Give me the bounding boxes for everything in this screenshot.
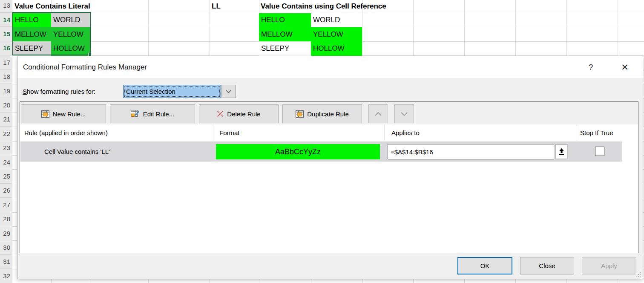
chevron-up-icon — [375, 112, 382, 116]
column-header-rule: Rule (applied in order shown) — [24, 124, 108, 141]
duplicate-rule-button[interactable]: Duplicate Rule — [282, 104, 362, 123]
apply-button[interactable]: Apply — [582, 257, 636, 274]
applies-to-input[interactable] — [388, 144, 554, 159]
screen: Value Contains LiteralLLValue Contains u… — [0, 0, 644, 283]
row-header[interactable]: 28 — [0, 212, 12, 226]
column-header-stop: Stop If True — [580, 124, 613, 141]
rule-row[interactable]: Cell Value contains 'LL' AaBbCcYyZz — [20, 142, 622, 162]
row-header[interactable]: 13 — [0, 0, 12, 13]
sheet-column-title: Value Contains using Cell Reference — [261, 0, 386, 12]
new-rule-button[interactable]: New Rule... — [21, 104, 106, 123]
spreadsheet-cell[interactable]: HOLLOW — [311, 41, 362, 55]
format-preview-swatch: AaBbCcYyZz — [216, 144, 380, 159]
column-header-format: Format — [219, 124, 240, 141]
conditional-formatting-rules-manager-dialog: Conditional Formatting Rules Manager ? ✕… — [17, 56, 643, 279]
row-header[interactable]: 16 — [0, 41, 12, 55]
row-header[interactable]: 30 — [0, 240, 12, 254]
collapse-dialog-range-button[interactable] — [555, 144, 568, 159]
ok-button[interactable]: OK — [457, 257, 512, 274]
row-header[interactable]: 20 — [0, 98, 12, 112]
dialog-titlebar: Conditional Formatting Rules Manager ? ✕ — [17, 56, 643, 78]
new-rule-table-icon — [41, 110, 49, 118]
scope-dropdown-arrow-button[interactable] — [221, 85, 236, 98]
stop-if-true-checkbox[interactable] — [595, 147, 604, 156]
delete-rule-label: Delete Rule — [227, 110, 260, 118]
spreadsheet-cell[interactable]: YELLOW — [311, 27, 362, 41]
delete-rule-button[interactable]: Delete Rule — [199, 104, 279, 123]
row-header[interactable]: 24 — [0, 155, 12, 169]
help-icon[interactable]: ? — [582, 60, 600, 75]
rule-description: Cell Value contains 'LL' — [44, 142, 110, 162]
row-header[interactable]: 22 — [0, 127, 12, 141]
rules-group-box: New Rule... Edit Rule... Delete Rule Dup… — [20, 101, 638, 253]
move-rule-down-button[interactable] — [394, 104, 414, 123]
row-header[interactable]: 15 — [0, 27, 12, 41]
row-header[interactable]: 31 — [0, 255, 12, 269]
show-formatting-rules-label: Show formatting rules for: — [23, 88, 95, 95]
row-header-column: 1314151617181920212223242526272829303132 — [0, 0, 12, 283]
move-rule-up-button[interactable] — [368, 104, 388, 123]
row-header[interactable]: 23 — [0, 141, 12, 155]
delete-x-icon — [217, 110, 224, 117]
edit-rule-pencil-icon — [131, 110, 140, 118]
row-header[interactable]: 27 — [0, 198, 12, 212]
edit-rule-button[interactable]: Edit Rule... — [110, 104, 195, 123]
row-header[interactable]: 25 — [0, 169, 12, 183]
row-header[interactable]: 17 — [0, 55, 12, 69]
chevron-down-icon — [226, 90, 231, 93]
row-header[interactable]: 26 — [0, 184, 12, 198]
duplicate-rule-table-icon — [296, 110, 304, 118]
cell-selection-border — [12, 12, 91, 55]
close-icon[interactable]: ✕ — [616, 60, 634, 75]
range-select-arrow-icon — [558, 148, 565, 156]
scope-dropdown-value: Current Selection — [126, 88, 175, 95]
sheet-column-title: LL — [212, 0, 221, 12]
row-header[interactable]: 19 — [0, 84, 12, 98]
scope-dropdown[interactable]: Current Selection — [123, 85, 221, 98]
close-button[interactable]: Close — [520, 257, 574, 274]
sheet-column-title: Value Contains Literal — [14, 0, 90, 12]
resize-grip[interactable] — [636, 272, 641, 277]
spreadsheet-cell[interactable]: HELLO — [259, 13, 311, 27]
row-header[interactable]: 29 — [0, 226, 12, 240]
row-header[interactable]: 21 — [0, 113, 12, 127]
spreadsheet-cell[interactable]: SLEEPY — [259, 41, 311, 55]
dialog-title: Conditional Formatting Rules Manager — [23, 56, 147, 78]
row-header[interactable]: 32 — [0, 269, 12, 283]
rules-list: Rule (applied in order shown) Format App… — [20, 124, 638, 253]
row-header[interactable]: 18 — [0, 70, 12, 84]
column-header-applies: Applies to — [391, 124, 420, 141]
spreadsheet-cell[interactable]: WORLD — [311, 13, 362, 27]
new-rule-label: New Rule... — [53, 110, 86, 118]
duplicate-rule-label: Duplicate Rule — [307, 110, 349, 118]
spreadsheet-cell[interactable]: MELLOW — [259, 27, 311, 41]
edit-rule-label: Edit Rule... — [143, 110, 174, 118]
chevron-down-icon — [401, 112, 408, 116]
row-header[interactable]: 14 — [0, 13, 12, 27]
